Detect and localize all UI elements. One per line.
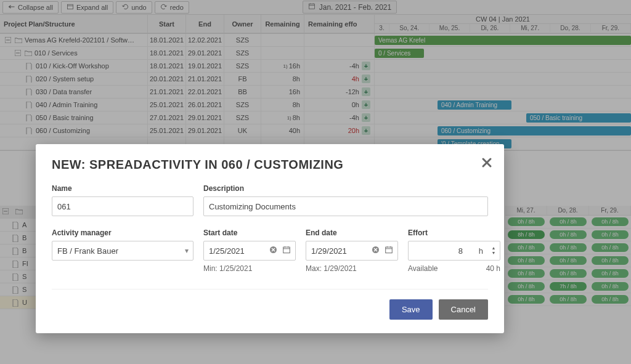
end-date-calendar-button[interactable] (385, 246, 393, 256)
name-input[interactable] (52, 196, 193, 216)
clear-end-date-button[interactable] (372, 246, 380, 256)
effort-stepper[interactable]: ▲ ▼ (489, 243, 498, 258)
svg-rect-6 (283, 247, 290, 253)
effort-available-value: 40 h (486, 264, 500, 273)
activity-manager-select[interactable] (52, 241, 193, 261)
new-spreadactivity-modal: NEW: SPREADACTIVITY IN 060 / CUSTOMIZING… (36, 144, 504, 333)
modal-title: NEW: SPREADACTIVITY IN 060 / CUSTOMIZING (52, 158, 488, 172)
chevron-down-icon: ▼ (489, 251, 498, 255)
effort-available-label: Available (408, 264, 438, 273)
clear-icon (372, 247, 380, 256)
divider (52, 289, 488, 289)
save-button[interactable]: Save (389, 299, 433, 320)
close-icon (481, 162, 493, 171)
start-date-label: Start date (203, 229, 296, 237)
name-label: Name (52, 184, 193, 193)
svg-rect-8 (386, 247, 393, 253)
chevron-up-icon: ▲ (489, 246, 498, 250)
description-label: Description (203, 184, 488, 193)
calendar-icon (282, 248, 291, 256)
end-date-label: End date (306, 229, 398, 237)
effort-input[interactable] (408, 241, 500, 261)
effort-unit: h (479, 246, 483, 256)
description-input[interactable] (203, 196, 488, 216)
activity-manager-label: Activity manager (52, 229, 193, 237)
start-date-hint: Min: 1/25/2021 (203, 264, 296, 273)
clear-icon (269, 247, 277, 256)
start-date-calendar-button[interactable] (282, 246, 291, 256)
cancel-button[interactable]: Cancel (439, 299, 488, 320)
close-button[interactable] (481, 156, 493, 171)
clear-start-date-button[interactable] (269, 246, 277, 256)
effort-label: Effort (408, 229, 500, 237)
calendar-icon (385, 248, 393, 256)
end-date-hint: Max: 1/29/2021 (306, 264, 398, 273)
